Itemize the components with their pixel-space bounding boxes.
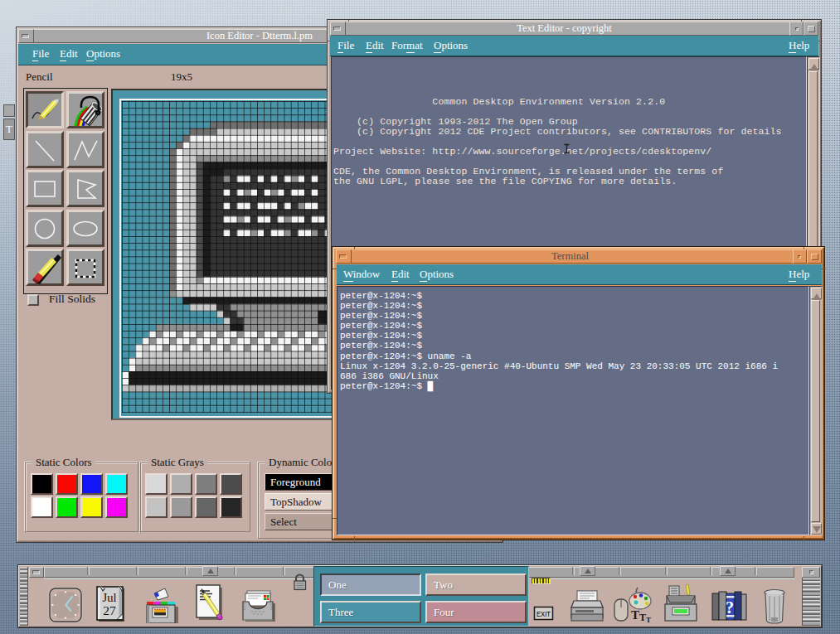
svg-text:T: T [646,616,651,624]
svg-text:EXIT: EXIT [537,610,551,618]
svg-text:T: T [631,608,639,622]
svg-text:27: 27 [103,603,116,617]
svg-text:?: ? [726,598,734,617]
svg-text:Jul: Jul [103,591,117,604]
svg-text:T: T [639,612,646,623]
